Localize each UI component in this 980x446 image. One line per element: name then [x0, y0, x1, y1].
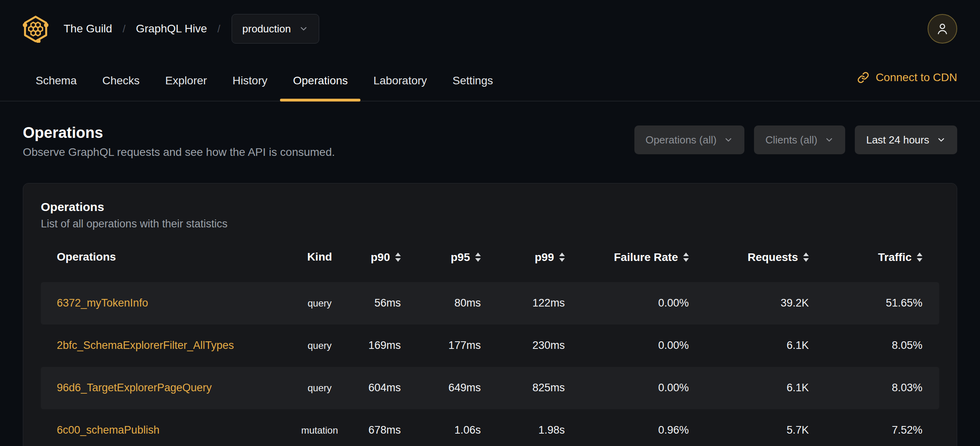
main-nav: Schema Checks Explorer History Operation…	[0, 50, 980, 102]
p90-cell: 169ms	[350, 325, 418, 367]
table-row: 6c00_schemaPublish mutation 678ms 1.06s …	[41, 409, 939, 446]
tab-explorer[interactable]: Explorer	[152, 50, 220, 101]
sort-arrows-icon	[475, 253, 481, 262]
table-row: 6372_myTokenInfo query 56ms 80ms 122ms 0…	[41, 282, 939, 325]
chevron-down-icon	[299, 24, 308, 34]
col-label: Requests	[748, 251, 798, 264]
sort-arrows-icon	[395, 253, 401, 262]
breadcrumb-separator: /	[218, 23, 220, 35]
table-row: 96d6_TargetExplorerPageQuery query 604ms…	[41, 367, 939, 409]
col-label: p90	[371, 251, 390, 264]
p99-cell: 230ms	[498, 325, 582, 367]
user-icon	[935, 22, 950, 36]
col-header-requests[interactable]: Requests	[706, 241, 826, 282]
operations-table: Operations Kind p90 p95 p99 Failure Rate…	[41, 241, 939, 446]
failure-rate-cell: 0.00%	[582, 367, 706, 409]
date-range-label: Last 24 hours	[866, 134, 929, 146]
failure-rate-cell: 0.96%	[582, 409, 706, 446]
traffic-cell: 8.05%	[826, 325, 939, 367]
page-header-text: Operations Observe GraphQL requests and …	[23, 124, 335, 159]
p95-cell: 649ms	[418, 367, 498, 409]
sort-arrows-icon	[559, 253, 565, 262]
page-title: Operations	[23, 124, 335, 141]
page-subtitle: Observe GraphQL requests and see how the…	[23, 145, 335, 159]
p95-cell: 1.06s	[418, 409, 498, 446]
operation-link[interactable]: 2bfc_SchemaExplorerFilter_AllTypes	[57, 339, 234, 351]
tab-checks[interactable]: Checks	[90, 50, 152, 101]
kind-cell: query	[290, 282, 350, 325]
sort-arrows-icon	[803, 253, 809, 262]
tab-laboratory[interactable]: Laboratory	[360, 50, 440, 101]
page-header: Operations Observe GraphQL requests and …	[0, 124, 980, 159]
kind-cell: query	[290, 367, 350, 409]
target-selector-value: production	[242, 23, 291, 35]
kind-cell: query	[290, 325, 350, 367]
col-header-p90[interactable]: p90	[350, 241, 418, 282]
p99-cell: 1.98s	[498, 409, 582, 446]
app-header: The Guild / GraphQL Hive / production	[0, 0, 980, 44]
connect-to-cdn-link[interactable]: Connect to CDN	[857, 71, 957, 101]
col-header-kind: Kind	[290, 241, 350, 282]
tab-history[interactable]: History	[220, 50, 280, 101]
table-row: 2bfc_SchemaExplorerFilter_AllTypes query…	[41, 325, 939, 367]
requests-cell: 6.1K	[706, 367, 826, 409]
col-label: Traffic	[878, 251, 912, 264]
col-header-traffic[interactable]: Traffic	[826, 241, 939, 282]
clients-filter-label: Clients (all)	[765, 134, 817, 146]
filters: Operations (all) Clients (all) Last 24 h…	[634, 125, 957, 154]
date-range-button[interactable]: Last 24 hours	[855, 125, 957, 154]
tab-settings[interactable]: Settings	[440, 50, 506, 101]
operation-name-cell: 6372_myTokenInfo	[41, 282, 290, 325]
col-header-operations: Operations	[41, 241, 290, 282]
traffic-cell: 7.52%	[826, 409, 939, 446]
breadcrumb-org[interactable]: The Guild	[64, 22, 112, 35]
failure-rate-cell: 0.00%	[582, 282, 706, 325]
kind-cell: mutation	[290, 409, 350, 446]
operation-link[interactable]: 6c00_schemaPublish	[57, 424, 160, 436]
link-icon	[857, 72, 869, 84]
table-header-row: Operations Kind p90 p95 p99 Failure Rate…	[41, 241, 939, 282]
tab-schema[interactable]: Schema	[23, 50, 90, 101]
p95-cell: 177ms	[418, 325, 498, 367]
operations-card: Operations List of all operations with t…	[23, 183, 957, 446]
chevron-down-icon	[824, 135, 834, 145]
requests-cell: 39.2K	[706, 282, 826, 325]
col-label: p95	[451, 251, 470, 264]
col-label: Failure Rate	[614, 251, 678, 264]
operations-filter-label: Operations (all)	[646, 134, 717, 146]
operation-name-cell: 2bfc_SchemaExplorerFilter_AllTypes	[41, 325, 290, 367]
sort-arrows-icon	[683, 253, 689, 262]
failure-rate-cell: 0.00%	[582, 325, 706, 367]
p90-cell: 678ms	[350, 409, 418, 446]
breadcrumb-separator: /	[122, 23, 125, 35]
operations-filter-button[interactable]: Operations (all)	[634, 125, 745, 154]
operation-name-cell: 96d6_TargetExplorerPageQuery	[41, 367, 290, 409]
p99-cell: 825ms	[498, 367, 582, 409]
clients-filter-button[interactable]: Clients (all)	[754, 125, 845, 154]
sort-arrows-icon	[917, 253, 922, 262]
traffic-cell: 8.03%	[826, 367, 939, 409]
breadcrumb-project[interactable]: GraphQL Hive	[136, 22, 207, 35]
p90-cell: 604ms	[350, 367, 418, 409]
hive-logo-icon[interactable]	[23, 15, 48, 43]
connect-to-cdn-label: Connect to CDN	[876, 71, 957, 84]
col-header-p99[interactable]: p99	[498, 241, 582, 282]
operation-name-cell: 6c00_schemaPublish	[41, 409, 290, 446]
traffic-cell: 51.65%	[826, 282, 939, 325]
chevron-down-icon	[724, 135, 733, 145]
tab-operations[interactable]: Operations	[280, 50, 360, 101]
p90-cell: 56ms	[350, 282, 418, 325]
col-header-failure-rate[interactable]: Failure Rate	[582, 241, 706, 282]
card-title: Operations	[41, 200, 939, 214]
p95-cell: 80ms	[418, 282, 498, 325]
p99-cell: 122ms	[498, 282, 582, 325]
requests-cell: 6.1K	[706, 325, 826, 367]
requests-cell: 5.7K	[706, 409, 826, 446]
card-subtitle: List of all operations with their statis…	[41, 218, 939, 230]
target-selector[interactable]: production	[232, 14, 319, 44]
user-menu-button[interactable]	[928, 14, 957, 44]
operation-link[interactable]: 96d6_TargetExplorerPageQuery	[57, 382, 212, 394]
col-label: p99	[535, 251, 554, 264]
operation-link[interactable]: 6372_myTokenInfo	[57, 297, 148, 309]
col-header-p95[interactable]: p95	[418, 241, 498, 282]
